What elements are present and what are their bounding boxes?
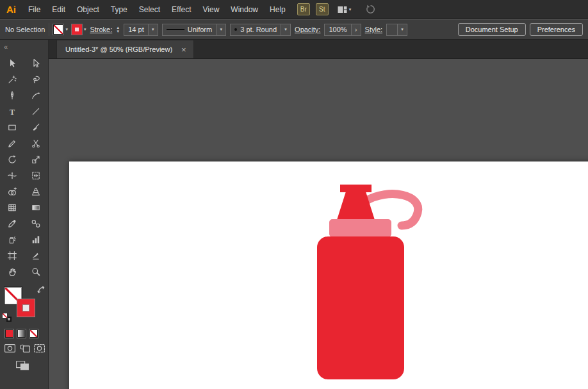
preferences-button[interactable]: Preferences [530,23,583,36]
brush-definition-value: 3 pt. Round [240,26,277,33]
scissors-tool[interactable] [24,135,49,151]
type-tool[interactable]: T [0,103,24,119]
pencil-tool[interactable] [0,135,24,151]
shape-builder-tool[interactable] [0,183,24,199]
none-button[interactable] [29,329,38,338]
stroke-weight-stepper[interactable]: ▲ ▼ [116,26,120,33]
ketchup-bottle-artwork [69,161,588,389]
bridge-button[interactable]: Br [297,3,310,15]
draw-behind-icon[interactable] [19,343,31,353]
zoom-tool[interactable] [24,263,49,279]
chevron-down-icon[interactable]: ▾ [216,24,225,35]
document-tab-bar: Untitled-3* @ 50% (RGB/Preview) × [49,40,588,59]
fill-none-swatch[interactable] [53,24,63,35]
fill-color-control[interactable]: ▾ [53,24,68,35]
rotate-tool[interactable] [0,151,24,167]
swap-fill-stroke-icon[interactable] [37,285,45,297]
menu-edit[interactable]: Edit [46,5,71,14]
pen-tool[interactable] [0,87,24,103]
tools-panel-collapse[interactable]: « [0,40,48,55]
stroke-weight-value: 14 pt [124,24,147,35]
stroke-panel-link[interactable]: Stroke: [90,26,112,33]
workspace: « T [0,40,588,389]
mesh-tool[interactable] [0,199,24,215]
document-tab[interactable]: Untitled-3* @ 50% (RGB/Preview) × [56,40,194,58]
selection-tool[interactable] [0,55,24,71]
document-tab-title: Untitled-3* @ 50% (RGB/Preview) [65,46,172,53]
graphic-style-swatch [387,24,397,35]
tools-grid: T [0,55,48,279]
paintbrush-tool[interactable] [24,119,49,135]
draw-normal-icon[interactable] [4,343,16,353]
graphic-style-select[interactable]: ▾ [386,24,407,36]
chevron-down-icon[interactable]: ▾ [281,24,290,35]
stroke-red-swatch[interactable] [72,24,82,35]
draw-modes-row [0,338,48,353]
gradient-button[interactable] [17,329,26,338]
bottle-cap-band[interactable] [329,219,391,237]
style-panel-link[interactable]: Style: [365,26,383,33]
symbol-sprayer-tool[interactable] [0,231,24,247]
scale-tool[interactable] [24,151,49,167]
artboard[interactable] [69,161,588,389]
menu-effect[interactable]: Effect [166,5,197,14]
bottle-body[interactable] [317,236,404,379]
slice-tool[interactable] [24,247,49,263]
eyedropper-tool[interactable] [0,215,24,231]
line-segment-tool[interactable] [24,103,49,119]
menu-file[interactable]: File [22,5,46,14]
lasso-tool[interactable] [24,71,49,87]
chevron-right-icon[interactable]: › [351,24,361,35]
stroke-weight-select[interactable]: 14 pt ▾ [124,24,158,36]
opacity-select[interactable]: 100% › [324,24,361,36]
svg-text:T: T [10,107,15,116]
brush-definition-select[interactable]: 3 pt. Round ▾ [230,24,291,36]
workspace-switcher[interactable]: ▾ [338,6,352,13]
bottle-spout-tip[interactable] [340,185,372,192]
sync-status[interactable] [365,4,376,15]
draw-inside-icon[interactable] [33,343,45,353]
tools-panel: « T [0,40,49,389]
stepper-down-icon[interactable]: ▼ [116,29,120,33]
close-tab-icon[interactable]: × [181,46,186,54]
chevron-down-icon[interactable]: ▾ [84,27,86,32]
workspace-icon [338,6,347,13]
hand-tool[interactable] [0,263,24,279]
column-graph-tool[interactable] [24,231,49,247]
chevron-down-icon[interactable]: ▾ [65,27,68,32]
default-fill-stroke-icon[interactable] [2,313,13,322]
selection-status: No Selection [5,26,45,33]
color-button[interactable] [5,329,13,338]
stock-button[interactable]: St [316,3,329,15]
opacity-panel-link[interactable]: Opacity: [295,26,320,33]
stroke-indicator-red[interactable] [17,299,35,317]
illustrator-logo: Ai [6,4,16,15]
sync-icon [365,4,376,15]
menu-select[interactable]: Select [133,5,166,14]
blend-tool[interactable] [24,215,49,231]
uniform-profile-preview [167,29,184,30]
chevron-down-icon[interactable]: ▾ [148,24,158,35]
width-tool[interactable] [0,167,24,183]
magic-wand-tool[interactable] [0,71,24,87]
menu-type[interactable]: Type [105,5,133,14]
screen-mode-control[interactable] [0,353,48,371]
chevron-down-icon: ▾ [349,7,352,12]
screen-mode-icon [15,360,30,371]
menu-help[interactable]: Help [264,5,291,14]
document-setup-button[interactable]: Document Setup [458,23,526,36]
divider [49,23,49,36]
perspective-grid-tool[interactable] [24,183,49,199]
direct-selection-tool[interactable] [24,55,49,71]
menu-object[interactable]: Object [71,5,105,14]
width-profile-select[interactable]: Uniform ▾ [162,24,227,36]
curvature-tool[interactable] [24,87,49,103]
rectangle-tool[interactable] [0,119,24,135]
gradient-tool[interactable] [24,199,49,215]
artboard-tool[interactable] [0,247,24,263]
menu-view[interactable]: View [197,5,225,14]
chevron-down-icon[interactable]: ▾ [397,24,407,35]
stroke-color-control[interactable]: ▾ [72,24,86,35]
free-transform-tool[interactable] [24,167,49,183]
menu-window[interactable]: Window [225,5,264,14]
